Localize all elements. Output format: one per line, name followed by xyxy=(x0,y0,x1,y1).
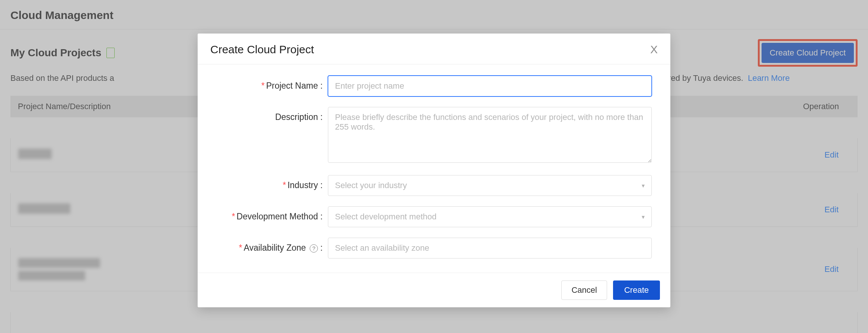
modal-title: Create Cloud Project xyxy=(210,43,314,56)
chevron-down-icon: ▾ xyxy=(642,213,645,221)
industry-placeholder: Select your industry xyxy=(335,181,407,190)
label-project-name: *Project Name : xyxy=(216,76,328,91)
label-industry: *Industry : xyxy=(216,175,328,190)
label-avail-zone: *Availability Zone ? : xyxy=(216,238,328,253)
description-textarea[interactable] xyxy=(328,107,652,163)
project-name-input[interactable] xyxy=(328,76,652,96)
chevron-down-icon: ▾ xyxy=(642,182,645,189)
avail-zone-placeholder: Select an availability zone xyxy=(335,243,429,253)
create-project-modal: Create Cloud Project X *Project Name : D… xyxy=(198,34,670,307)
cancel-button[interactable]: Cancel xyxy=(561,280,607,300)
label-description: Description : xyxy=(216,107,328,122)
help-icon[interactable]: ? xyxy=(310,244,318,253)
create-button[interactable]: Create xyxy=(613,280,660,300)
label-dev-method: *Development Method : xyxy=(216,206,328,222)
industry-select[interactable]: Select your industry ▾ xyxy=(328,175,652,196)
avail-zone-select[interactable]: Select an availability zone xyxy=(328,238,652,259)
dev-method-select[interactable]: Select development method ▾ xyxy=(328,206,652,227)
close-icon[interactable]: X xyxy=(650,44,658,55)
dev-method-placeholder: Select development method xyxy=(335,212,437,222)
